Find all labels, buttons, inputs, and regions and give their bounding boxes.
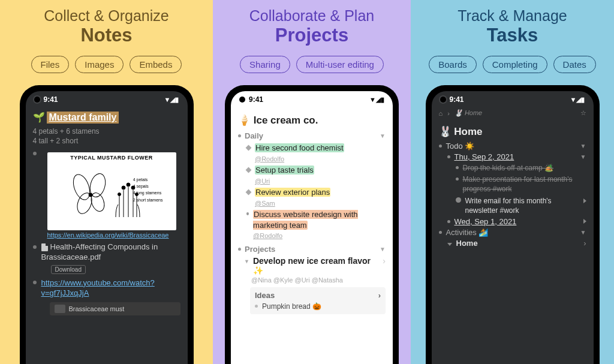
thumb-icon: [55, 305, 65, 313]
pills-notes: Files Images Embeds: [31, 56, 182, 73]
bullet-icon: [33, 152, 37, 155]
todo-section[interactable]: Todo ☀️ ▼: [439, 142, 586, 151]
doc-title[interactable]: 🍦 Ice cream co.: [238, 114, 386, 127]
star-icon[interactable]: ☆: [580, 109, 586, 117]
assignee-link[interactable]: @Sam: [255, 200, 275, 207]
bullet-icon: [246, 212, 249, 215]
status-icons: ▼◢▮: [164, 96, 179, 104]
document-icon: [41, 243, 48, 251]
crumb-link[interactable]: 🐰 Home: [455, 109, 482, 117]
bullet-icon: [447, 155, 450, 158]
pill-completing: Completing: [483, 56, 547, 73]
embedded-image[interactable]: TYPICAL MUSTARD FLOWER: [47, 152, 176, 230]
note-content: 🌱Mustard family 4 petals + 6 stamens 4 t…: [26, 108, 188, 323]
breadcrumb: ⌂ › 🐰 Home ☆: [432, 108, 594, 118]
heading-bottom: Notes: [44, 25, 168, 46]
youtube-link[interactable]: https://www.youtube.com/watch?v=gf7jJJxq…: [41, 278, 155, 298]
bullet-icon: [456, 166, 459, 169]
status-time: 9:41: [249, 95, 263, 104]
triangle-down-icon: [447, 243, 452, 246]
bullet-icon: [33, 281, 37, 284]
diamond-icon: [246, 189, 252, 195]
phone-tasks: 9:41 ▼◢▮ ⌂ › 🐰 Home ☆ 🐰 Home Todo ☀️ ▼: [426, 85, 600, 364]
pdf-attachment[interactable]: Health-Affecting Compounds in Brassicace…: [41, 242, 180, 263]
bullet-icon: [238, 248, 241, 251]
assignee-link[interactable]: @Rodolfo: [253, 232, 282, 239]
status-bar: 9:41 ▼◢▮: [26, 91, 188, 108]
diamond-icon: [246, 167, 252, 173]
contributors[interactable]: @Nina @Kyle @Uri @Natasha: [251, 276, 386, 284]
phone-screen-tasks: 9:41 ▼◢▮ ⌂ › 🐰 Home ☆ 🐰 Home Todo ☀️ ▼: [432, 91, 594, 364]
panel-tasks: Track & Manage Tasks Boards Completing D…: [411, 0, 614, 364]
bullet-icon: [456, 178, 459, 181]
section-projects[interactable]: Projects ▼: [238, 245, 386, 254]
heading-top: Track & Manage: [458, 7, 567, 25]
svg-point-4: [89, 193, 92, 197]
pills-projects: Sharing Multi-user editing: [240, 56, 384, 73]
assignee-link[interactable]: @Uri: [255, 178, 270, 185]
svg-point-8: [127, 183, 130, 186]
svg-point-0: [70, 172, 93, 202]
bullet-icon: [439, 231, 442, 234]
idea-item[interactable]: Pumpkin bread 🎃: [255, 302, 381, 311]
flower-labels: 4 petals 4 sepals 4 long stamens 2 short…: [133, 176, 163, 203]
activities-section[interactable]: Activities 🏄 ▼: [439, 228, 586, 237]
ideas-box[interactable]: Ideas › Pumpkin bread 🎃: [250, 287, 386, 314]
phone-screen-projects: 9:41 ▼◢▮ 🍦 Ice cream co. Daily ▼ Hire se…: [231, 91, 393, 364]
heading-projects: Collaborate & Plan Projects: [249, 7, 374, 46]
task-item[interactable]: Discuss website redesign with marketing …: [246, 209, 386, 241]
page-title: 🐰 Home: [439, 125, 586, 138]
note-meta-2: 4 tall + 2 short: [33, 137, 180, 145]
status-icons: ▼◢▮: [369, 96, 384, 104]
ideas-label: Ideas: [255, 291, 275, 300]
pill-files: Files: [31, 56, 70, 73]
bullet-icon: [439, 145, 442, 148]
chevron-down-icon[interactable]: ▼: [380, 133, 386, 139]
date-row[interactable]: Wed, Sep 1, 2021: [447, 217, 586, 226]
chevron-down-icon[interactable]: ▼: [580, 143, 586, 149]
pill-images: Images: [75, 56, 124, 73]
chevron-right-icon: ›: [447, 110, 450, 117]
seedling-icon: 🌱: [33, 112, 45, 122]
note-meta-1: 4 petals + 6 stamens: [33, 127, 180, 136]
diamond-icon: [246, 145, 252, 151]
download-button[interactable]: Download: [51, 265, 86, 274]
chevron-down-icon[interactable]: ▼: [380, 246, 386, 252]
bullet-icon: [238, 134, 241, 137]
chevron-down-icon[interactable]: ▼: [580, 229, 586, 236]
assignee-link[interactable]: @Rodolfo: [255, 155, 284, 163]
embed-preview[interactable]: Brassicaceae must: [50, 302, 180, 315]
phone-screen-notes: 9:41 ▼◢▮ 🌱Mustard family 4 petals + 6 st…: [26, 91, 188, 364]
chevron-right-icon[interactable]: [583, 219, 586, 224]
home-sub-row[interactable]: Home ›: [447, 239, 586, 248]
chevron-right-icon[interactable]: ›: [378, 291, 381, 300]
home-icon[interactable]: ⌂: [439, 110, 443, 117]
triangle-down-icon: ▼: [244, 258, 249, 264]
task-open[interactable]: Write email for this month's newsletter …: [456, 196, 586, 215]
bullet-icon: [33, 245, 37, 249]
chevron-right-icon[interactable]: ›: [383, 256, 386, 266]
date-row[interactable]: Thu, Sep 2, 2021 ▼: [447, 152, 586, 161]
task-done[interactable]: Drop the kids off at camp 🏕️: [456, 163, 586, 173]
panel-projects: Collaborate & Plan Projects Sharing Mult…: [213, 0, 411, 364]
status-bar: 9:41 ▼◢▮: [432, 91, 594, 108]
camera-dot-icon: [34, 97, 40, 103]
note-title[interactable]: Mustard family: [47, 112, 119, 124]
task-done[interactable]: Make presentation for last month's progr…: [456, 175, 586, 194]
checkbox-icon[interactable]: [456, 197, 461, 203]
task-item[interactable]: Hire second food chemist@Rodolfo: [246, 143, 386, 164]
svg-point-12: [118, 192, 121, 195]
chevron-right-icon[interactable]: [583, 198, 586, 203]
phone-projects: 9:41 ▼◢▮ 🍦 Ice cream co. Daily ▼ Hire se…: [225, 85, 399, 364]
section-daily[interactable]: Daily ▼: [238, 131, 386, 140]
tasks-content: 🐰 Home Todo ☀️ ▼ Thu, Sep 2, 2021 ▼ Drop…: [432, 118, 594, 253]
chevron-right-icon[interactable]: ›: [583, 239, 586, 248]
heading-tasks: Track & Manage Tasks: [458, 7, 567, 46]
project-item[interactable]: ▼ Develop new ice cream flavor ✨ ›: [244, 256, 386, 275]
chevron-down-icon[interactable]: ▼: [580, 154, 586, 160]
bullet-icon: [447, 220, 450, 223]
wiki-link[interactable]: https://en.wikipedia.org/wiki/Brassicace…: [47, 231, 180, 239]
image-caption: TYPICAL MUSTARD FLOWER: [70, 155, 153, 161]
task-item[interactable]: Setup taste trials@Uri: [246, 165, 386, 186]
task-item[interactable]: Review exterior plans@Sam: [246, 187, 386, 208]
